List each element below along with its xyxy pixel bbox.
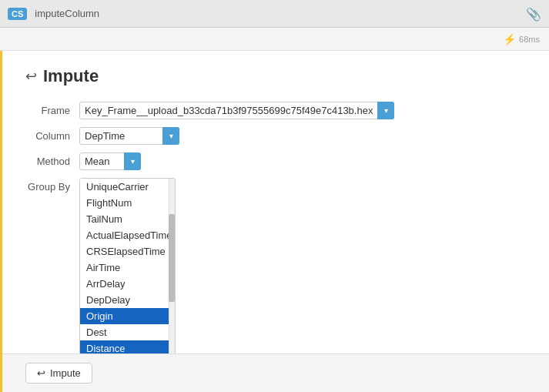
method-label: Method [25,156,79,167]
group-by-listbox[interactable]: UniqueCarrierFlightNumTailNumActualElaps… [79,178,176,355]
impute-button[interactable]: ↩ Impute [25,363,92,384]
list-item[interactable]: Dest [80,324,175,340]
column-label: Column [25,130,79,142]
list-item[interactable]: UniqueCarrier [80,179,175,195]
impute-button-label: Impute [50,367,81,379]
frame-select[interactable]: Key_Frame__upload_b33cda71b3f97555699c75… [79,102,394,119]
list-item[interactable]: DepDelay [80,292,175,308]
column-select-wrapper: DepTime ▾ [79,127,179,145]
back-icon: ↩ [25,68,37,85]
timing-bar: ⚡ 68ms [0,28,549,51]
frame-label: Frame [25,105,79,116]
main-content: ↩ Impute Frame Key_Frame__upload_b33cda7… [0,51,549,392]
page-title-row: ↩ Impute [25,66,526,86]
impute-button-icon: ↩ [37,367,45,379]
list-item[interactable]: TailNum [80,211,175,227]
top-bar-title: imputeColumn [35,8,99,19]
group-by-row: Group By UniqueCarrierFlightNumTailNumAc… [25,178,526,355]
list-item[interactable]: ActualElapsedTime [80,227,175,243]
method-select-wrapper: Mean ▾ [79,152,141,170]
column-row: Column DepTime ▾ [25,127,526,145]
top-bar: CS imputeColumn 📎 [0,0,549,28]
page-title: Impute [43,66,99,86]
list-item[interactable]: CRSElapsedTime [80,243,175,260]
frame-row: Frame Key_Frame__upload_b33cda71b3f97555… [25,102,526,119]
bottom-bar: ↩ Impute [2,353,549,392]
method-row: Method Mean ▾ [25,152,526,170]
group-by-label: Group By [25,178,79,193]
list-item[interactable]: AirTime [80,260,175,276]
timing-value: 68ms [519,35,540,44]
cs-badge: CS [8,8,27,20]
list-item[interactable]: ArrDelay [80,276,175,292]
column-select[interactable]: DepTime [79,127,179,145]
lightning-icon: ⚡ [503,33,516,45]
list-item[interactable]: FlightNum [80,195,175,211]
attachment-icon: 📎 [526,6,541,21]
method-select[interactable]: Mean [79,152,141,170]
frame-select-wrapper: Key_Frame__upload_b33cda71b3f97555699c75… [79,102,394,119]
list-item[interactable]: Origin [80,308,175,324]
